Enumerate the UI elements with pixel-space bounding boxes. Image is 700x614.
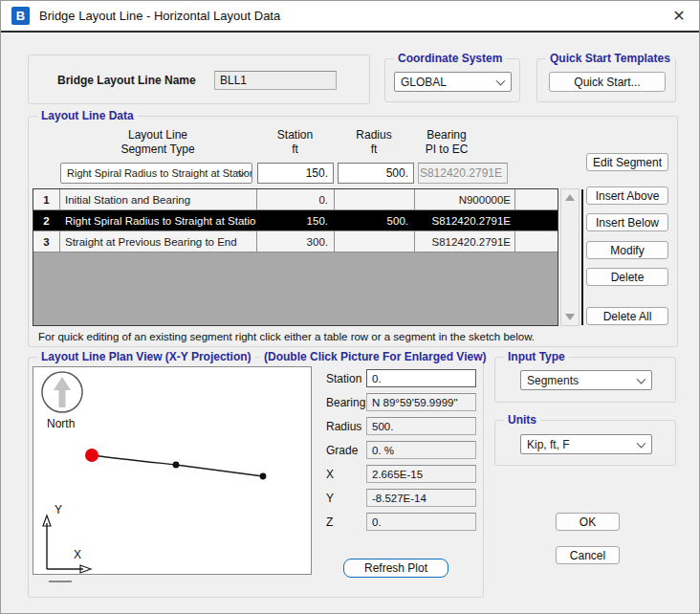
header-segment-type: Layout Line Segment Type [59, 128, 256, 157]
station-edit-field[interactable]: 150. [257, 163, 334, 184]
ok-button[interactable]: OK [556, 513, 620, 531]
window-title: Bridge Layout Line - Horizontal Layout D… [39, 9, 280, 23]
close-icon[interactable]: ✕ [659, 1, 699, 31]
x-label: X [326, 468, 334, 481]
cancel-button[interactable]: Cancel [556, 546, 620, 564]
scroll-up-icon[interactable] [565, 194, 575, 201]
units-group: Units Kip, ft, F [494, 420, 676, 466]
input-type-group: Input Type Segments [494, 357, 676, 403]
plan-view-sketch: Y X [33, 367, 311, 574]
quick-start-button[interactable]: Quick Start... [549, 72, 666, 92]
station-label: Station [326, 372, 361, 385]
table-row[interactable]: 3 Straight at Previous Bearing to End 30… [33, 231, 558, 252]
north-label: North [47, 417, 75, 430]
station-info-field[interactable]: 0. [366, 369, 476, 387]
input-type-label: Input Type [504, 350, 569, 363]
insert-above-button[interactable]: Insert Above [586, 186, 668, 205]
table-row[interactable]: 1 Initial Station and Bearing 0. N900000… [33, 189, 558, 210]
divider [581, 189, 583, 325]
axis-y-glyph: Y [55, 503, 62, 516]
units-label: Units [504, 413, 540, 427]
bearing-label: Bearing [326, 396, 365, 409]
quick-start-label: Quick Start Templates [546, 52, 674, 65]
plan-view-canvas[interactable]: Y X North [33, 366, 312, 575]
bearing-info-field: N 89°59'59.9999" [366, 393, 476, 411]
delete-button[interactable]: Delete [586, 268, 668, 286]
quick-edit-note: For quick editing of an existing segment… [38, 331, 535, 342]
segment-type-select[interactable]: Right Spiral Radius to Straight at Stati… [60, 163, 252, 184]
layout-line-name-input[interactable] [220, 72, 336, 89]
chevron-down-icon [637, 374, 646, 384]
quick-start-group: Quick Start Templates Quick Start... [536, 58, 676, 102]
plan-view-sublabel: (Double Click Picture For Enlarged View) [260, 350, 491, 363]
app-icon: B [11, 7, 30, 25]
radius-info-field: 500. [366, 417, 476, 435]
title-bar: B Bridge Layout Line - Horizontal Layout… [1, 1, 699, 33]
grade-label: Grade [326, 444, 358, 457]
plan-view-label: Layout Line Plan View (X-Y Projection) [37, 350, 255, 363]
edit-segment-button[interactable]: Edit Segment [586, 153, 668, 171]
modify-button[interactable]: Modify [586, 241, 668, 259]
chevron-down-icon [496, 76, 506, 85]
coordinate-system-value: GLOBAL [401, 76, 447, 89]
table-scrollbar[interactable] [560, 188, 580, 326]
y-label: Y [326, 492, 334, 505]
z-label: Z [326, 515, 333, 529]
coordinate-system-group: Coordinate System GLOBAL [384, 58, 520, 102]
coordinate-system-label: Coordinate System [394, 52, 506, 65]
layout-line-name-field[interactable] [214, 71, 337, 90]
header-station: Station ft [256, 128, 334, 157]
units-select[interactable]: Kip, ft, F [520, 434, 652, 454]
name-group: Bridge Layout Line Name [28, 55, 370, 104]
radius-edit-field[interactable]: 500. [338, 163, 414, 184]
delete-all-button[interactable]: Delete All [586, 307, 668, 325]
segments-table: 1 Initial Station and Bearing 0. N900000… [33, 188, 558, 326]
layout-line-data-label: Layout Line Data [37, 109, 138, 122]
grade-info-field: 0. % [366, 441, 476, 459]
segment-type-value: Right Spiral Radius to Straight at Stati… [67, 167, 252, 179]
table-row-selected[interactable]: 2 Right Spiral Radius to Straight at Sta… [33, 210, 558, 231]
bearing-edit-field: S812420.2791E [418, 163, 508, 184]
axis-x-glyph: X [74, 548, 81, 561]
radius-label: Radius [326, 420, 361, 433]
units-value: Kip, ft, F [527, 438, 570, 451]
refresh-plot-button[interactable]: Refresh Plot [343, 559, 448, 578]
chevron-down-icon [637, 438, 646, 448]
bridge-layout-dialog: B Bridge Layout Line - Horizontal Layout… [0, 0, 700, 614]
scroll-down-icon[interactable] [565, 314, 575, 320]
z-info-field: 0. [366, 513, 476, 531]
insert-below-button[interactable]: Insert Below [586, 213, 668, 231]
coordinate-system-select[interactable]: GLOBAL [394, 72, 512, 92]
name-label: Bridge Layout Line Name [57, 74, 196, 87]
input-type-value: Segments [527, 374, 579, 387]
x-info-field: 2.665E-15 [366, 465, 476, 483]
y-info-field: -8.527E-14 [366, 489, 476, 507]
scale-bar [49, 581, 72, 582]
input-type-select[interactable]: Segments [520, 370, 652, 390]
header-bearing: Bearing PI to EC [403, 128, 491, 157]
